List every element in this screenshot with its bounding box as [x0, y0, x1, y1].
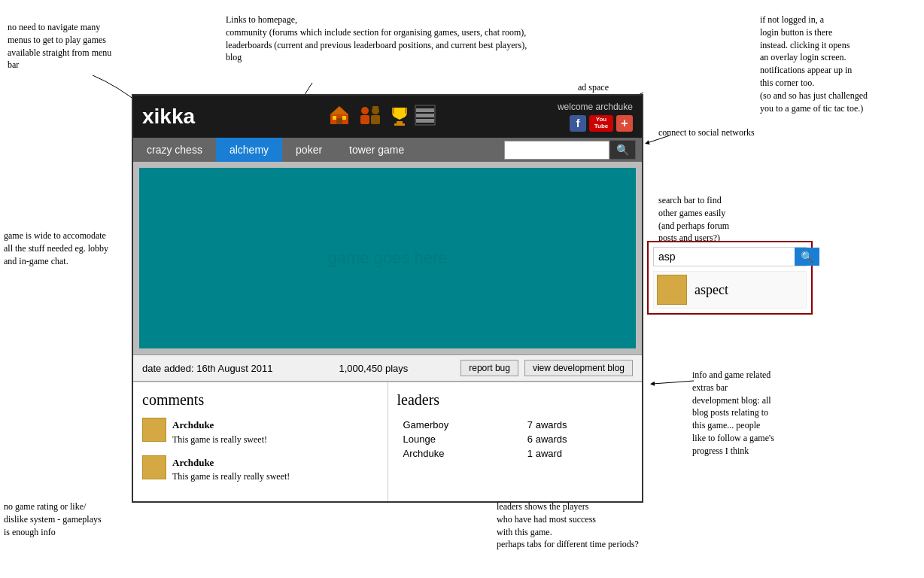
facebook-icon[interactable]: f — [570, 115, 586, 132]
svg-rect-6 — [360, 115, 369, 124]
avatar-1 — [142, 418, 166, 442]
leaders-table: Gamerboy 7 awards Lounge 6 awards Archdu… — [397, 418, 634, 461]
leader-score-3: 1 award — [521, 446, 633, 461]
nav-crazy-chess[interactable]: crazy chess — [133, 138, 216, 162]
search-result-thumb — [657, 275, 687, 305]
header-icons — [329, 105, 436, 129]
game-placeholder: game goes here — [328, 248, 448, 268]
svg-marker-1 — [330, 106, 348, 114]
info-date: date added: 16th August 2011 — [142, 363, 287, 374]
browser-mockup: xikka — [132, 94, 643, 503]
svg-rect-8 — [371, 115, 380, 124]
svg-rect-16 — [416, 119, 434, 123]
nav-bar: crazy chess alchemy poker tower game 🔍 — [133, 138, 642, 162]
welcome-text: welcome archduke — [558, 102, 633, 112]
info-bar: date added: 16th August 2011 1,000,450 p… — [133, 354, 642, 382]
leader-name-3: Archduke — [397, 446, 521, 461]
leaders-section: leaders Gamerboy 7 awards Lounge 6 award… — [388, 382, 643, 501]
comment-username-2: Archduke — [172, 455, 290, 470]
leader-row-2: Lounge 6 awards — [397, 432, 634, 446]
comments-section: comments Archduke This game is really sw… — [133, 382, 388, 501]
avatar-2 — [142, 455, 166, 479]
info-buttons: report bug view development blog — [460, 360, 633, 376]
comment-text-2: This game is really really sweet! — [172, 470, 290, 483]
leader-name-2: Lounge — [397, 432, 521, 446]
nav-poker[interactable]: poker — [282, 138, 336, 162]
leader-row-3: Archduke 1 award — [397, 446, 634, 461]
annotation-top-center: Links to homepage,community (forums whic… — [226, 14, 602, 64]
svg-rect-15 — [416, 114, 434, 117]
leader-row-1: Gamerboy 7 awards — [397, 418, 634, 432]
leader-score-2: 6 awards — [521, 432, 633, 446]
trophy-icon[interactable] — [391, 105, 409, 129]
annotation-wide-game: game is wide to accomodateall the stuff … — [4, 230, 128, 267]
svg-rect-13 — [405, 108, 407, 114]
comments-title: comments — [142, 391, 378, 409]
annotation-no-rating: no game rating or like/dislike system - … — [4, 500, 128, 538]
info-plays: 1,000,450 plays — [302, 363, 446, 374]
nav-alchemy[interactable]: alchemy — [216, 138, 282, 162]
search-btn-nav[interactable]: 🔍 — [609, 140, 636, 160]
comment-text-1: This game is really sweet! — [172, 433, 267, 446]
view-dev-blog-btn[interactable]: view development blog — [524, 360, 633, 376]
comment-username-1: Archduke — [172, 418, 267, 433]
report-bug-btn[interactable]: report bug — [460, 360, 518, 376]
svg-rect-11 — [394, 123, 405, 126]
leader-score-1: 7 awards — [521, 418, 633, 432]
game-area: game goes here — [139, 168, 636, 348]
search-popup-btn[interactable]: 🔍 — [795, 248, 819, 266]
annotation-leaders: leaders shows the playerswho have had mo… — [497, 500, 677, 551]
nav-tower-game[interactable]: tower game — [336, 138, 418, 162]
svg-rect-3 — [333, 116, 336, 120]
svg-rect-2 — [336, 118, 342, 124]
leader-name-1: Gamerboy — [397, 418, 521, 432]
svg-rect-9 — [372, 106, 378, 108]
search-popup: 🔍 aspect — [647, 241, 813, 315]
search-result-label: aspect — [695, 282, 728, 298]
search-result-item[interactable]: aspect — [653, 271, 807, 309]
youtube-icon[interactable]: YouTube — [589, 115, 613, 132]
search-input-nav[interactable] — [504, 141, 609, 160]
svg-rect-14 — [416, 108, 434, 112]
search-popup-input[interactable] — [654, 248, 795, 266]
annotation-ad-space: ad space — [578, 81, 609, 94]
annotation-top-left: no need to navigate manymenus to get to … — [8, 21, 132, 71]
site-header: xikka — [133, 96, 642, 138]
menu-icon[interactable] — [415, 105, 436, 129]
site-logo: xikka — [142, 105, 195, 129]
home-icon[interactable] — [329, 105, 350, 129]
annotation-top-right: if not logged in, alogin button is there… — [760, 14, 918, 114]
annotation-connect-social: connect to social networks — [658, 126, 756, 139]
bottom-content: comments Archduke This game is really sw… — [133, 382, 642, 501]
annotation-search: search bar to findother games easily(and… — [658, 194, 767, 245]
annotation-info-bar: info and game relatedextras bardevelopme… — [692, 369, 843, 458]
game-area-wrapper: game goes here — [133, 162, 642, 354]
svg-point-5 — [361, 107, 369, 114]
community-icon[interactable] — [356, 105, 384, 129]
search-popup-bar: 🔍 — [653, 247, 807, 266]
comment-item-1: Archduke This game is really sweet! — [142, 418, 378, 446]
leaders-title: leaders — [397, 391, 634, 409]
googleplus-icon[interactable]: + — [616, 115, 633, 132]
svg-rect-12 — [392, 108, 394, 114]
search-bar-nav: 🔍 — [504, 140, 642, 160]
header-right: welcome archduke f YouTube + — [558, 102, 633, 132]
social-icons: f YouTube + — [570, 115, 633, 132]
svg-rect-4 — [342, 116, 346, 120]
comment-item-2: Archduke This game is really really swee… — [142, 455, 378, 484]
